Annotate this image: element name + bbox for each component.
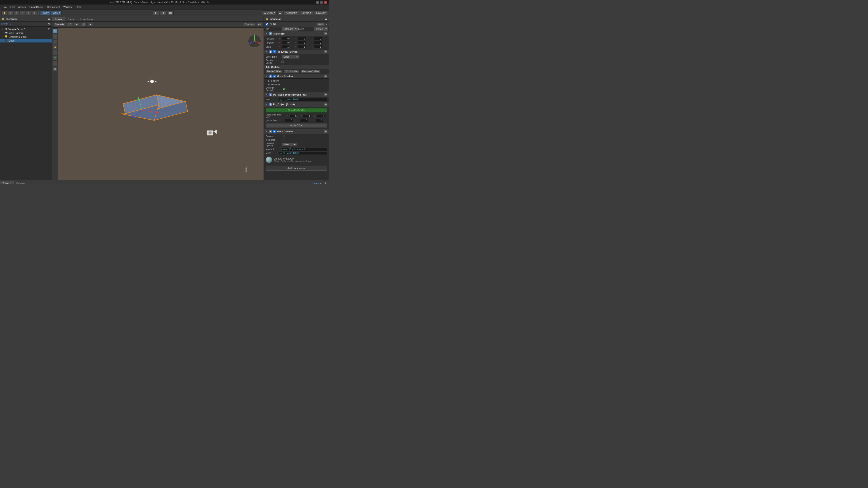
mesh-ref-value[interactable]: △ pb_Mesh-16054 [279, 98, 327, 101]
menu-component[interactable]: Component [45, 5, 61, 9]
bottom-create-btn[interactable]: Create [312, 182, 319, 185]
mesh-filter-header[interactable]: ▼ △ Pb_Mesh-16054 (Mesh Filter) ⚙ [264, 92, 329, 97]
scale-x-input[interactable] [282, 45, 289, 48]
mesh-collider-btn[interactable]: Mesh Collider [266, 70, 283, 73]
eye-icon[interactable]: 👁 [48, 28, 50, 30]
pb-entity-checkbox[interactable] [273, 51, 276, 53]
hierarchy-main-camera[interactable]: 📷 Main Camera [0, 31, 52, 35]
close-button[interactable]: ✕ [324, 1, 327, 4]
apply-offset-btn[interactable]: Apply Offset [266, 123, 327, 128]
mesh-collider-checkbox[interactable] [273, 130, 276, 133]
account-button[interactable]: Account ▾ [284, 10, 299, 15]
move-tool-button[interactable]: ✥ [8, 10, 13, 15]
pivot-button[interactable]: Pivot ▾ [40, 10, 50, 15]
size-x-input[interactable] [289, 114, 298, 118]
remove-collider-btn[interactable]: Remove Collider [301, 70, 320, 73]
position-y-input[interactable] [298, 37, 306, 40]
rotate-tool-button[interactable]: ↻ [14, 10, 19, 15]
scene-viewport[interactable]: 1 ON → 🔒 X Y Z 3D [52, 28, 264, 180]
cooking-options-select[interactable]: Mixed ... [281, 142, 297, 147]
all-button[interactable]: All [48, 23, 51, 25]
pause-button[interactable]: ⏸ [160, 10, 166, 15]
fx-button[interactable]: ✦ [88, 23, 93, 27]
collider-material-value[interactable]: None (Physic Material) [281, 148, 327, 151]
mesh-collider-settings-icon[interactable]: ⚙ [324, 130, 327, 133]
open-probuilder-btn[interactable]: Open ProBuilder [266, 108, 327, 112]
hierarchy-directional-light[interactable]: 💡 Directional Light [0, 35, 52, 39]
layer-select[interactable]: Default [314, 27, 328, 31]
inspector-menu-icon[interactable]: ☰ [325, 18, 327, 20]
box-collider-btn[interactable]: Box Collider [284, 70, 299, 73]
position-x-input[interactable] [282, 37, 289, 40]
tab-game[interactable]: Game [65, 18, 77, 22]
mesh-filter-settings-icon[interactable]: ⚙ [324, 93, 327, 96]
scene-btn-layers[interactable]: ON [53, 34, 58, 39]
offset-x-input[interactable] [285, 119, 293, 122]
add-collider-header[interactable]: Add Collider [264, 65, 329, 69]
pb-entity-settings-icon[interactable]: ⚙ [324, 50, 327, 53]
menu-file[interactable]: File [1, 5, 8, 9]
all-gizmos-button[interactable]: All [256, 23, 262, 27]
collab-button[interactable]: ☁ Collab ▾ [262, 10, 276, 15]
mesh-renderer-header[interactable]: ▼ ▦ Mesh Renderer ⚙ [264, 74, 329, 78]
mesh-renderer-checkbox[interactable] [273, 75, 276, 77]
tab-console[interactable]: Console [13, 181, 28, 184]
pb-entity-header[interactable]: ▼ 📄 Pb_Entity (Script) ⚙ [264, 49, 329, 54]
menu-help[interactable]: Help [74, 5, 83, 9]
2d-button[interactable]: 2D [67, 23, 73, 27]
scene-btn-3d[interactable]: 3D [53, 66, 58, 71]
gizmos-button[interactable]: Gizmos ▾ [243, 23, 255, 27]
scale-y-input[interactable] [298, 45, 306, 48]
material-preview[interactable]: Default_Prototype Shader ProBuilder/Stan… [264, 156, 329, 164]
pb-object-header[interactable]: ▼ 📄 Pb_Object (Script) ⚙ [264, 102, 329, 107]
scale-z-input[interactable] [314, 45, 322, 48]
layout-button[interactable]: Layout ▾ [314, 10, 328, 15]
scene-btn-y[interactable]: Y [53, 56, 58, 61]
hand-tool-button[interactable]: ✋ [1, 10, 7, 15]
maximize-button[interactable]: □ [320, 1, 323, 4]
menu-assets[interactable]: Assets [17, 5, 28, 9]
transform-tool-button[interactable]: ⊹ [32, 10, 37, 15]
dynamic-occluded-checkbox[interactable]: ✓ [283, 88, 285, 90]
convex-checkbox[interactable] [283, 135, 285, 137]
pb-object-settings-icon[interactable]: ⚙ [324, 103, 327, 106]
entity-type-select[interactable]: Detail [281, 55, 300, 59]
lighting-collapse-icon[interactable]: ▶ [268, 80, 270, 82]
scene-btn-z[interactable]: Z [53, 61, 58, 66]
local-button[interactable]: Local ▾ [51, 10, 61, 15]
audio-button[interactable]: 🔊 [81, 23, 87, 27]
size-z-input[interactable] [317, 114, 325, 118]
shaded-dropdown[interactable]: Shaded ▾ [53, 23, 65, 27]
tab-project[interactable]: Project [0, 181, 13, 184]
tab-scene[interactable]: Scene [52, 17, 65, 22]
offset-y-input[interactable] [300, 119, 308, 122]
custom-collider-checkbox[interactable] [281, 61, 284, 63]
static-badge[interactable]: Static [317, 23, 324, 26]
step-button[interactable]: ⏭ [167, 10, 174, 15]
offset-z-input[interactable] [315, 119, 323, 122]
cloud-button[interactable]: ☁ [277, 10, 283, 15]
rotation-z-input[interactable] [314, 41, 322, 44]
create-button[interactable]: Create [1, 23, 8, 25]
minimize-button[interactable]: — [316, 1, 319, 4]
materials-collapse-icon[interactable]: ▶ [268, 84, 270, 86]
mesh-renderer-settings-icon[interactable]: ⚙ [324, 74, 327, 78]
tab-asset-store[interactable]: Asset Store [77, 18, 95, 22]
play-button[interactable]: ▶ [153, 10, 159, 15]
size-y-input[interactable] [303, 114, 311, 118]
hierarchy-cube[interactable]: ⬛ Cube [0, 39, 52, 42]
scene-btn-x[interactable]: X [53, 50, 58, 55]
position-z-input[interactable] [314, 37, 322, 40]
object-active-checkbox[interactable] [266, 23, 268, 26]
hierarchy-scene[interactable]: ▼ ⊞ SampleScene* 👁 [0, 27, 52, 31]
rect-tool-button[interactable]: ▭ [26, 10, 31, 15]
rotation-x-input[interactable] [282, 41, 289, 44]
transform-component-header[interactable]: ▼ ⊞ Transform ⚙ [264, 31, 329, 36]
menu-edit[interactable]: Edit [8, 5, 17, 9]
tag-select[interactable]: Untagged [281, 27, 298, 31]
hierarchy-menu-icon[interactable]: ☰ [48, 18, 51, 20]
rotation-y-input[interactable] [298, 41, 306, 44]
menu-gameobject[interactable]: GameObject [28, 5, 45, 9]
menu-window[interactable]: Window [61, 5, 74, 9]
lighting-button[interactable]: ☀ [74, 23, 79, 27]
